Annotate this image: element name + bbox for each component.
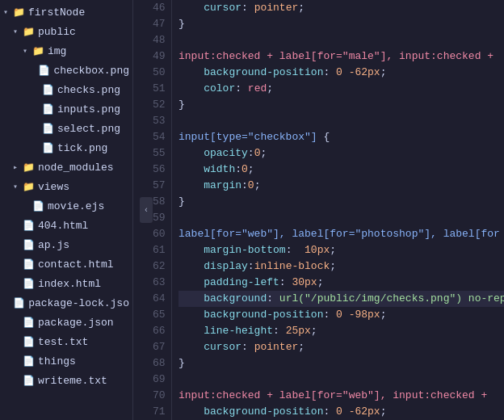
token-prop: color — [178, 81, 235, 97]
sidebar-item-public[interactable]: 📁public — [0, 23, 132, 42]
token-val-num: 30px — [292, 275, 317, 291]
code-line: cursor: pointer; — [178, 0, 504, 16]
token-semi: ; — [298, 339, 304, 355]
sidebar-item-checkbox.png[interactable]: 📄checkbox.png — [0, 61, 132, 81]
sidebar-item-label: things — [38, 354, 76, 370]
sidebar-item-tick.png[interactable]: 📄tick.png — [0, 139, 132, 158]
line-number: 50 — [153, 65, 165, 81]
token-colon: : — [248, 145, 254, 162]
token-val-num: 0 — [242, 162, 248, 178]
token-prop: cursor — [178, 0, 242, 16]
token-plain: : — [242, 339, 254, 355]
sidebar-item-label: views — [38, 179, 69, 195]
file-icon: 📄 — [23, 354, 35, 370]
token-semi: ; — [248, 162, 254, 178]
token-selector-attr: input[type="checkbox"] — [178, 129, 317, 145]
sidebar-item-views[interactable]: 📁views — [0, 178, 132, 197]
sidebar-item-img[interactable]: 📁img — [0, 42, 132, 61]
line-number: 52 — [153, 97, 165, 113]
sidebar-item-ap.js[interactable]: 📄ap.js — [0, 236, 132, 255]
sidebar-item-things[interactable]: 📄things — [0, 352, 132, 372]
sidebar-item-label: test.txt — [38, 334, 88, 351]
token-val-num: 25px — [286, 323, 311, 339]
sidebar-item-label: 404.html — [38, 218, 88, 234]
code-line: cursor: pointer; — [178, 339, 504, 355]
code-line: } — [178, 355, 504, 372]
file-icon: 📄 — [23, 257, 35, 273]
sidebar-item-label: package-lock.jso — [28, 296, 129, 312]
sidebar-item-label: img — [48, 44, 66, 60]
line-number: 48 — [153, 32, 165, 48]
code-area: 4647484950515253545556575859606162636465… — [146, 0, 504, 420]
code-line: padding-left: 30px; — [178, 275, 504, 291]
token-brace: } — [178, 355, 185, 372]
line-number: 58 — [153, 194, 165, 210]
token-semi: ; — [267, 81, 273, 97]
sidebar-item-index.html[interactable]: 📄index.html — [0, 275, 132, 294]
sidebar-item-404.html[interactable]: 📄404.html — [0, 216, 132, 236]
token-colon: : — [242, 178, 248, 194]
line-number: 61 — [153, 242, 165, 258]
token-prop: background — [178, 291, 267, 307]
code-line: display:inline-block; — [178, 258, 504, 275]
code-editor: 4647484950515253545556575859606162636465… — [146, 0, 504, 420]
line-number: 56 — [153, 162, 165, 178]
code-line: input:checked + label[for="male"], input… — [178, 48, 504, 65]
sidebar-item-label: public — [38, 24, 76, 40]
line-number: 68 — [153, 355, 165, 372]
token-semi: ; — [380, 307, 387, 323]
sidebar-item-checks.png[interactable]: 📄checks.png — [0, 81, 132, 100]
file-icon: 📄 — [23, 276, 35, 292]
token-prop: display — [178, 258, 248, 275]
sidebar-item-contact.html[interactable]: 📄contact.html — [0, 255, 132, 275]
line-number: 47 — [153, 16, 165, 32]
sidebar-item-inputs.png[interactable]: 📄inputs.png — [0, 100, 132, 120]
code-line: line-height: 25px; — [178, 323, 504, 339]
file-explorer: 📁firstNode📁public📁img📄checkbox.png📄check… — [0, 0, 133, 420]
token-selector-attr: label[for="web"], label[for="photoshop"]… — [178, 226, 500, 242]
token-colon: : — [235, 162, 242, 178]
token-plain: : — [323, 404, 336, 420]
token-semi: ; — [380, 404, 387, 420]
line-number: 69 — [153, 372, 165, 388]
token-prop: width — [178, 162, 235, 178]
sidebar-item-package-lock.json[interactable]: 📄package-lock.jso — [0, 294, 132, 313]
file-icon: 📄 — [13, 296, 25, 312]
sidebar-item-select.png[interactable]: 📄select.png — [0, 120, 132, 139]
file-icon: 📄 — [23, 315, 35, 331]
code-line: input:checked + label[for="web"], input:… — [178, 388, 504, 404]
sidebar-item-writeme.txt[interactable]: 📄writeme.txt — [0, 372, 132, 391]
sidebar-item-label: movie.ejs — [48, 199, 104, 215]
file-icon: 📄 — [42, 121, 54, 137]
sidebar-item-node_modules[interactable]: 📁node_modules — [0, 158, 132, 178]
code-line — [178, 32, 504, 48]
line-number: 63 — [153, 275, 165, 291]
token-prop: opacity — [178, 145, 248, 162]
token-val-num: pointer — [254, 339, 299, 355]
sidebar-item-test.txt[interactable]: 📄test.txt — [0, 333, 132, 352]
token-plain: : — [286, 242, 299, 258]
sidebar-collapse-handle[interactable]: ‹ — [140, 197, 153, 223]
file-icon: 📄 — [38, 63, 50, 79]
sidebar-item-label: contact.html — [38, 257, 114, 273]
token-prop: padding-left — [178, 275, 279, 291]
code-line: input[type="checkbox"] { — [178, 129, 504, 145]
code-line: color: red; — [178, 81, 504, 97]
token-val-num: 0 -62px — [336, 404, 380, 420]
token-semi: ; — [330, 242, 336, 258]
file-icon: 📄 — [42, 102, 54, 118]
file-icon: 📄 — [23, 373, 35, 389]
token-val-num: 0 -98px — [336, 307, 380, 323]
sidebar-item-package.json[interactable]: 📄package.json — [0, 313, 132, 333]
token-val-num: 0 -62px — [336, 65, 380, 81]
token-prop: margin — [178, 178, 242, 194]
sidebar-item-firstNode[interactable]: 📁firstNode — [0, 3, 132, 23]
code-line: background-position: 0 -62px; — [178, 65, 504, 81]
token-plain: : — [267, 291, 279, 307]
code-line — [178, 113, 504, 129]
sidebar-item-movie.ejs[interactable]: 📄movie.ejs — [0, 197, 132, 216]
folder-icon: 📁 — [32, 44, 44, 60]
sidebar-item-label: inputs.png — [57, 102, 120, 118]
line-number: 59 — [153, 210, 165, 226]
line-number: 65 — [153, 307, 165, 323]
